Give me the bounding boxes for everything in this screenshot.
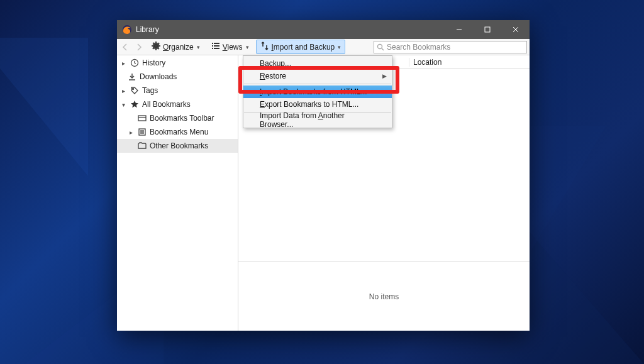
import-export-icon (260, 41, 269, 52)
svg-line-12 (382, 48, 384, 50)
import-backup-menu-button[interactable]: Import and Backup ▾ (256, 40, 346, 54)
chevron-down-icon: ▾ (197, 44, 200, 50)
expand-icon[interactable]: ▸ (119, 60, 127, 67)
close-button[interactable] (501, 20, 530, 39)
bookmarks-menu-label: Bookmarks Menu (150, 128, 208, 136)
toolbar: Organize ▾ Views ▾ Import and Backup ▾ S… (117, 39, 530, 55)
organize-menu-button[interactable]: Organize ▾ (147, 40, 204, 54)
svg-rect-10 (214, 48, 219, 49)
bookmarks-menu-icon (137, 127, 147, 137)
firefox-icon (122, 25, 132, 35)
svg-point-14 (133, 89, 134, 90)
bookmarks-toolbar-icon (137, 113, 147, 123)
sidebar-item-downloads[interactable]: Downloads (117, 70, 238, 84)
window-title: Library (136, 25, 159, 35)
other-bookmarks-label: Other Bookmarks (150, 141, 208, 150)
minimize-button[interactable] (445, 20, 473, 39)
views-label: Views (223, 43, 243, 52)
sidebar-item-bookmarks-toolbar[interactable]: Bookmarks Toolbar (117, 111, 238, 125)
sidebar-item-bookmarks-menu[interactable]: ▸ Bookmarks Menu (117, 125, 238, 139)
svg-rect-9 (212, 48, 213, 49)
downloads-label: Downloads (140, 72, 177, 81)
no-items-label: No items (369, 292, 399, 301)
menu-separator (244, 84, 391, 84)
svg-rect-6 (214, 43, 219, 44)
maximize-button[interactable] (473, 20, 501, 39)
import-backup-label: Import and Backup (272, 43, 335, 52)
clock-icon (130, 58, 140, 68)
download-icon (127, 72, 137, 82)
forward-button[interactable] (133, 41, 145, 53)
tags-label: Tags (142, 86, 158, 95)
sidebar: ▸ History Downloads ▸ Tags ▾ All Bookmar… (117, 55, 238, 331)
chevron-down-icon: ▾ (338, 44, 341, 50)
expand-icon[interactable]: ▸ (119, 87, 127, 94)
menu-export-html[interactable]: Export Bookmarks to HTML... (243, 98, 392, 111)
sidebar-item-history[interactable]: ▸ History (117, 56, 238, 70)
tag-icon (130, 85, 140, 96)
svg-rect-7 (212, 45, 213, 47)
menu-backup[interactable]: Backup... (243, 57, 392, 70)
history-label: History (142, 58, 165, 67)
column-location[interactable]: Location (409, 58, 530, 67)
sidebar-item-all-bookmarks[interactable]: ▾ All Bookmarks (117, 97, 238, 111)
menu-import-html[interactable]: Import Bookmarks from HTML... (243, 85, 392, 98)
import-backup-dropdown: Backup... Restore ▶ Import Bookmarks fro… (243, 55, 392, 128)
views-menu-button[interactable]: Views ▾ (207, 40, 253, 54)
back-button[interactable] (119, 41, 131, 53)
organize-label: Organize (163, 43, 194, 52)
titlebar[interactable]: Library (117, 20, 530, 39)
bookmarks-toolbar-label: Bookmarks Toolbar (150, 114, 214, 123)
star-icon (130, 99, 140, 109)
chevron-down-icon: ▾ (246, 44, 249, 50)
svg-rect-5 (212, 43, 213, 44)
search-input[interactable]: Search Bookmarks (374, 41, 527, 53)
library-window: Library Organize ▾ Views ▾ Import and Ba… (117, 20, 530, 331)
expand-icon[interactable]: ▸ (127, 129, 135, 136)
menu-import-browser[interactable]: Import Data from Another Browser... (243, 114, 392, 126)
menu-restore[interactable]: Restore ▶ (243, 70, 392, 82)
search-placeholder: Search Bookmarks (387, 43, 450, 52)
svg-rect-15 (138, 116, 146, 121)
sidebar-item-tags[interactable]: ▸ Tags (117, 84, 238, 97)
gear-icon (152, 41, 160, 52)
details-pane: No items (238, 262, 530, 331)
svg-rect-8 (214, 45, 219, 47)
all-bookmarks-label: All Bookmarks (142, 100, 191, 109)
svg-rect-2 (485, 27, 490, 32)
submenu-arrow-icon: ▶ (382, 73, 387, 79)
search-icon (377, 43, 384, 51)
svg-point-11 (378, 44, 382, 48)
collapse-icon[interactable]: ▾ (119, 101, 127, 108)
list-icon (211, 41, 220, 52)
other-bookmarks-icon (137, 141, 147, 151)
sidebar-item-other-bookmarks[interactable]: Other Bookmarks (117, 139, 238, 153)
